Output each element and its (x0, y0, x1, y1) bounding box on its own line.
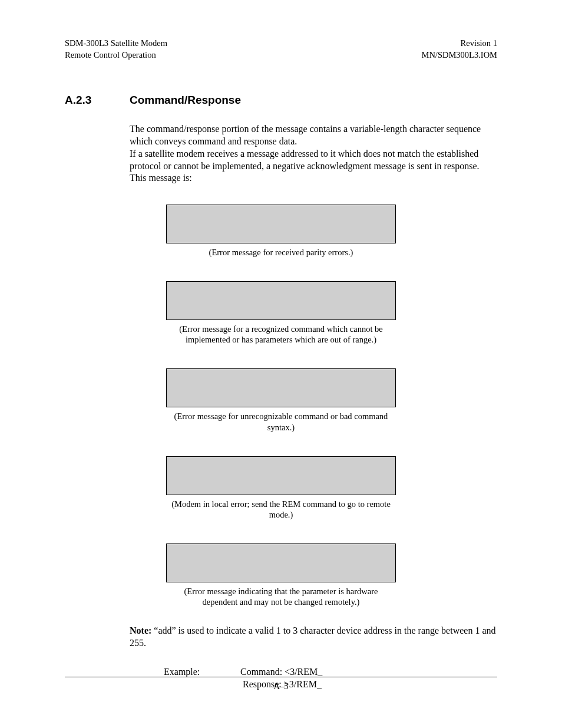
paragraph-1: The command/response portion of the mess… (130, 123, 497, 148)
page-number: A–3 (0, 681, 562, 691)
section-title: Command/Response (130, 94, 241, 107)
error-box (166, 456, 396, 495)
example-command: Command: <3/REM_ (240, 667, 322, 677)
error-box-list: (Error message for received parity error… (65, 205, 497, 607)
page-header: SDM-300L3 Satellite Modem Remote Control… (65, 38, 497, 61)
error-caption: (Error message for a recognized command … (166, 324, 396, 345)
paragraph-2: If a satellite modem receives a message … (130, 148, 497, 185)
error-caption: (Error message for received parity error… (209, 247, 353, 258)
header-left-line1: SDM-300L3 Satellite Modem (65, 38, 167, 50)
error-box (166, 281, 396, 320)
error-box-item: (Error message for a recognized command … (166, 281, 396, 345)
error-box (166, 205, 396, 243)
error-box (166, 543, 396, 582)
header-right-line2: MN/SDM300L3.IOM (422, 50, 498, 61)
page: SDM-300L3 Satellite Modem Remote Control… (0, 0, 562, 720)
error-box-item: (Error message indicating that the param… (166, 543, 396, 607)
header-right: Revision 1 MN/SDM300L3.IOM (422, 38, 498, 61)
header-left: SDM-300L3 Satellite Modem Remote Control… (65, 38, 167, 61)
section-number: A.2.3 (65, 94, 130, 107)
body-text: The command/response portion of the mess… (130, 123, 497, 185)
header-left-line2: Remote Control Operation (65, 50, 167, 61)
error-box-item: (Modem in local error; send the REM comm… (166, 456, 396, 520)
note-text: “add” is used to indicate a valid 1 to 3… (130, 625, 496, 648)
error-box-item: (Error message for unrecognizable comman… (166, 368, 396, 432)
error-caption: (Modem in local error; send the REM comm… (166, 499, 396, 520)
error-caption: (Error message indicating that the param… (166, 586, 396, 607)
error-box (166, 368, 396, 407)
footer-rule (65, 677, 497, 677)
note: Note: “add” is used to indicate a valid … (130, 625, 497, 650)
error-caption: (Error message for unrecognizable comman… (166, 411, 396, 432)
error-box-item: (Error message for received parity error… (166, 205, 396, 258)
note-label: Note: (130, 625, 151, 635)
section-heading: A.2.3 Command/Response (65, 94, 497, 107)
header-right-line1: Revision 1 (422, 38, 498, 50)
